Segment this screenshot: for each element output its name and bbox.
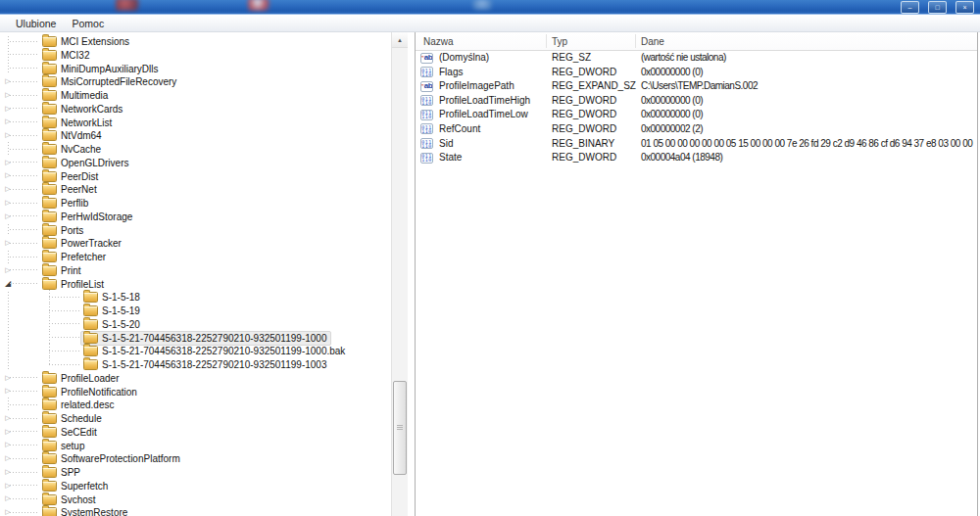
tree-item[interactable]: ▷ setup — [0, 439, 392, 452]
tree-item[interactable]: ▷ PeerNet — [0, 182, 392, 196]
tree-item[interactable]: ▷ SPP — [0, 465, 392, 479]
tree-node[interactable]: SPP — [39, 465, 85, 480]
tree-node[interactable]: setup — [39, 439, 89, 453]
expander-icon[interactable]: ◢ — [2, 277, 14, 291]
tree-item[interactable]: ▷ NtVdm64 — [0, 128, 392, 142]
tree-node[interactable]: ProfileLoader — [39, 371, 123, 386]
expander-icon[interactable]: ▷ — [2, 236, 14, 250]
expander-icon[interactable]: ▷ — [2, 451, 14, 465]
tree-node[interactable]: MCI32 — [39, 48, 94, 63]
tree-node[interactable]: PowerTracker — [39, 236, 126, 251]
tree-node[interactable]: S-1-5-21-704456318-2252790210-932501199-… — [80, 344, 350, 358]
tree-item[interactable]: ▷ OpenGLDrivers — [0, 156, 392, 169]
tree-node[interactable]: related.desc — [39, 398, 119, 412]
tree-item[interactable]: ▷ Superfetch — [0, 479, 392, 493]
tree-item[interactable]: related.desc — [0, 398, 392, 411]
pane-splitter[interactable] — [408, 32, 415, 516]
tree-item[interactable]: S-1-5-18 — [0, 290, 392, 304]
expander-icon[interactable]: ▷ — [2, 74, 14, 88]
expander-icon[interactable]: ▷ — [2, 196, 14, 210]
value-row[interactable]: 011110 ProfileLoadTimeLow REG_DWORD 0x00… — [416, 108, 977, 122]
tree-node[interactable]: NetworkCards — [39, 102, 127, 117]
expander-icon[interactable]: ▷ — [2, 505, 14, 516]
tree-node[interactable]: PeerNet — [39, 182, 102, 197]
tree-item[interactable]: S-1-5-21-704456318-2252790210-932501199-… — [0, 357, 392, 371]
value-row[interactable]: 011110 State REG_DWORD 0x00004a04 (18948… — [416, 151, 977, 165]
expander-icon[interactable]: ▷ — [2, 116, 14, 129]
value-row[interactable]: ”ab ProfileImagePath REG_EXPAND_SZ C:\Us… — [416, 79, 977, 94]
expander-icon[interactable]: ▷ — [2, 128, 14, 142]
tree-node[interactable]: OpenGLDrivers — [39, 156, 133, 170]
expander-icon[interactable]: ▷ — [2, 88, 14, 102]
tree-node[interactable]: S-1-5-18 — [80, 290, 145, 305]
scroll-up-button[interactable]: ▲ — [392, 32, 408, 48]
tree-item[interactable]: MCI Extensions — [0, 34, 392, 48]
tree-node[interactable]: S-1-5-21-704456318-2252790210-932501199-… — [80, 357, 331, 372]
expander-icon[interactable]: ▷ — [2, 156, 14, 169]
tree-item[interactable]: ▷ PeerDist — [0, 169, 392, 183]
tree-item[interactable]: ▷ NetworkList — [0, 116, 392, 129]
tree-item[interactable]: ▷ SystemRestore — [0, 505, 392, 516]
tree-item[interactable]: ▷ Multimedia — [0, 88, 392, 102]
tree-item[interactable]: ▷ SoftwareProtectionPlatform — [0, 451, 392, 465]
expander-icon[interactable]: ▷ — [2, 371, 14, 385]
tree-node[interactable]: PerHwIdStorage — [39, 210, 137, 224]
tree-scrollbar[interactable]: ▲ — [391, 32, 408, 516]
tree-item[interactable]: ▷ SeCEdit — [0, 425, 392, 439]
tree-item[interactable]: ▷ Perflib — [0, 196, 392, 210]
tree-item[interactable]: Prefetcher — [0, 250, 392, 263]
value-row[interactable]: 011110 RefCount REG_DWORD 0x00000002 (2) — [416, 122, 977, 137]
expander-icon[interactable]: ▷ — [2, 425, 14, 439]
tree-node[interactable]: S-1-5-20 — [80, 317, 145, 332]
tree-item[interactable]: ▷ Svchost — [0, 493, 392, 506]
menu-pomoc[interactable]: Pomoc — [64, 17, 112, 30]
tree-item[interactable]: ▷ ProfileNotification — [0, 385, 392, 399]
tree-node[interactable]: MsiCorruptedFileRecovery — [39, 74, 181, 89]
value-row[interactable]: ”ab (Domyślna) REG_SZ (wartość nie ustal… — [416, 51, 977, 66]
expander-icon[interactable]: ▷ — [2, 465, 14, 479]
expander-icon[interactable]: ▷ — [2, 263, 14, 277]
minimize-button[interactable]: – — [901, 1, 919, 14]
close-button[interactable]: × — [956, 1, 974, 14]
expander-icon[interactable]: ▷ — [2, 479, 14, 493]
tree-node[interactable]: SeCEdit — [39, 425, 102, 440]
tree-item[interactable]: MCI32 — [0, 48, 392, 62]
tree-item[interactable]: Ports — [0, 223, 392, 237]
tree-item[interactable]: S-1-5-21-704456318-2252790210-932501199-… — [0, 331, 392, 345]
column-header-typ[interactable]: Typ — [552, 32, 567, 50]
tree-item[interactable]: ▷ PowerTracker — [0, 236, 392, 250]
expander-icon[interactable]: ▷ — [2, 439, 14, 452]
column-separator[interactable] — [546, 34, 547, 48]
tree-node[interactable]: Multimedia — [39, 88, 113, 103]
tree-node[interactable]: Print — [39, 263, 86, 278]
tree-node[interactable]: SystemRestore — [39, 505, 132, 516]
tree-node[interactable]: Svchost — [39, 493, 101, 507]
expander-icon[interactable]: ▷ — [2, 182, 14, 196]
tree-item[interactable]: S-1-5-20 — [0, 317, 392, 331]
tree-item[interactable]: ▷ MsiCorruptedFileRecovery — [0, 74, 392, 88]
tree-node[interactable]: ProfileList — [39, 277, 109, 292]
tree-node[interactable]: Prefetcher — [39, 250, 111, 264]
value-row[interactable]: 011110 Sid REG_BINARY 01 05 00 00 00 00 … — [416, 137, 977, 152]
tree-item[interactable]: ▷ PerHwIdStorage — [0, 210, 392, 223]
column-header-dane[interactable]: Dane — [641, 32, 664, 50]
expander-icon[interactable]: ▷ — [2, 169, 14, 183]
tree-node[interactable]: MiniDumpAuxiliaryDlls — [39, 62, 163, 76]
tree-item[interactable]: ◢ ProfileList — [0, 277, 392, 291]
tree-item[interactable]: NvCache — [0, 142, 392, 156]
expander-icon[interactable]: ▷ — [2, 210, 14, 223]
column-separator[interactable] — [635, 34, 636, 48]
tree-node[interactable]: PeerDist — [39, 169, 103, 184]
expander-icon[interactable]: ▷ — [2, 102, 14, 116]
tree-item[interactable]: MiniDumpAuxiliaryDlls — [0, 62, 392, 75]
scrollbar-thumb[interactable] — [393, 381, 407, 475]
tree-node[interactable]: S-1-5-21-704456318-2252790210-932501199-… — [80, 331, 331, 346]
tree-item[interactable]: ▷ Print — [0, 263, 392, 277]
menu-ulubione[interactable]: Ulubione — [8, 17, 64, 30]
tree-node[interactable]: Superfetch — [39, 479, 113, 493]
expander-icon[interactable]: ▷ — [2, 385, 14, 399]
tree-node[interactable]: ProfileNotification — [39, 385, 142, 399]
value-row[interactable]: 011110 Flags REG_DWORD 0x00000000 (0) — [416, 66, 977, 80]
expander-icon[interactable]: ▷ — [2, 411, 14, 425]
column-header-nazwa[interactable]: Nazwa — [423, 32, 454, 50]
